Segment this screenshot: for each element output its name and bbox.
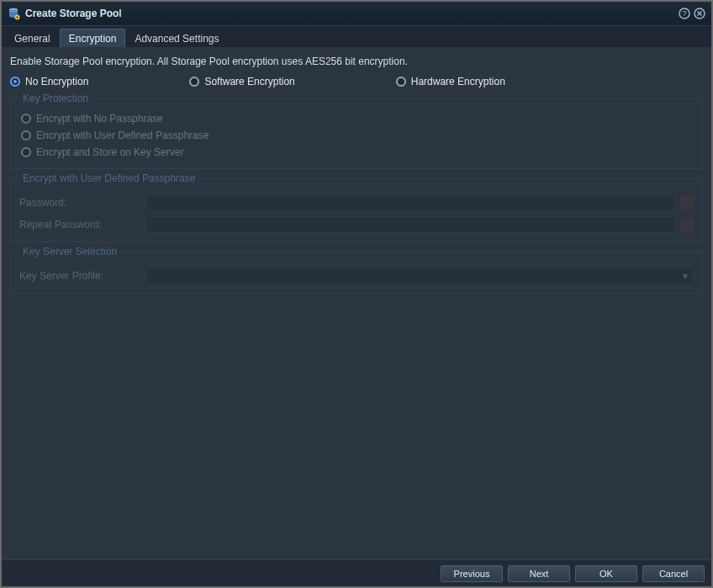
tab-panel-encryption: Enable Storage Pool encryption. All Stor… <box>2 47 711 559</box>
radio-icon <box>10 77 20 87</box>
group-legend: Encrypt with User Defined Passphrase <box>19 172 198 184</box>
row-repeat-password: Repeat Password: <box>19 216 694 233</box>
dialog-create-storage-pool: Create Storage Pool ? General Encryption… <box>0 0 713 588</box>
radio-hardware-encryption[interactable]: Hardware Encryption <box>396 76 505 87</box>
next-button[interactable]: Next <box>508 565 570 582</box>
radio-label: Encrypt with No Passphrase <box>36 113 163 124</box>
tab-advanced-settings[interactable]: Advanced Settings <box>125 29 228 47</box>
row-key-server-profile: Key Server Profile: ▼ <box>19 268 694 284</box>
help-icon[interactable]: ? <box>678 7 691 20</box>
radio-user-defined-passphrase: Encrypt with User Defined Passphrase <box>21 130 694 141</box>
tab-encryption[interactable]: Encryption <box>60 29 126 47</box>
radio-no-encryption[interactable]: No Encryption <box>10 76 88 87</box>
password-input <box>145 194 675 211</box>
key-server-profile-label: Key Server Profile: <box>19 270 145 282</box>
previous-button[interactable]: Previous <box>441 565 503 582</box>
radio-icon <box>21 130 31 140</box>
encryption-description: Enable Storage Pool encryption. All Stor… <box>10 56 703 67</box>
tab-bar: General Encryption Advanced Settings <box>2 25 711 47</box>
group-legend: Key Server Selection <box>19 246 120 257</box>
group-key-server-selection: Key Server Selection Key Server Profile:… <box>10 246 703 294</box>
chevron-down-icon: ▼ <box>681 272 689 281</box>
radio-label: No Encryption <box>25 76 88 87</box>
radio-icon <box>21 114 31 124</box>
dialog-title: Create Storage Pool <box>25 8 678 19</box>
key-server-profile-dropdown: ▼ <box>145 268 694 284</box>
tab-general[interactable]: General <box>5 29 60 47</box>
radio-no-passphrase: Encrypt with No Passphrase <box>21 113 694 124</box>
radio-label: Software Encryption <box>204 76 294 87</box>
radio-icon <box>189 77 199 87</box>
repeat-password-status-icon <box>680 218 694 231</box>
encryption-mode-group: No Encryption Software Encryption Hardwa… <box>10 76 703 87</box>
radio-key-server: Encrypt and Store on Key Server <box>21 146 694 158</box>
ok-button[interactable]: OK <box>575 565 637 582</box>
radio-label: Encrypt with User Defined Passphrase <box>36 130 209 141</box>
group-legend: Key Protection <box>19 93 92 104</box>
close-icon[interactable] <box>693 7 706 20</box>
row-password: Password: <box>19 194 694 211</box>
repeat-password-label: Repeat Password: <box>19 219 145 230</box>
dialog-footer: Previous Next OK Cancel <box>2 559 711 586</box>
storage-pool-icon <box>7 7 20 20</box>
radio-label: Hardware Encryption <box>411 76 505 87</box>
radio-icon <box>396 77 406 87</box>
password-status-icon <box>680 196 694 209</box>
radio-software-encryption[interactable]: Software Encryption <box>189 76 294 87</box>
repeat-password-input <box>145 216 675 233</box>
radio-icon <box>21 147 31 157</box>
radio-label: Encrypt and Store on Key Server <box>36 146 183 158</box>
titlebar: Create Storage Pool ? <box>2 2 711 25</box>
svg-text:?: ? <box>682 9 686 18</box>
cancel-button[interactable]: Cancel <box>642 565 705 582</box>
password-label: Password: <box>19 197 145 209</box>
group-user-passphrase: Encrypt with User Defined Passphrase Pas… <box>10 172 703 242</box>
group-key-protection: Key Protection Encrypt with No Passphras… <box>10 93 703 169</box>
titlebar-buttons: ? <box>678 7 706 20</box>
